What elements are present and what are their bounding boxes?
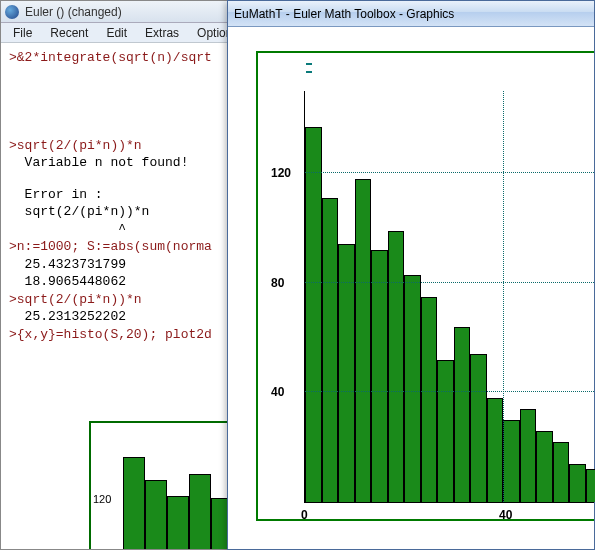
plot-frame: 4080120040	[256, 51, 594, 521]
menu-file[interactable]: File	[5, 24, 40, 42]
inline-plot: 120	[89, 421, 239, 549]
plot-bar	[553, 442, 570, 502]
plot-bar	[388, 231, 405, 502]
plot-xtick-label: 0	[301, 508, 308, 522]
menu-extras[interactable]: Extras	[137, 24, 187, 42]
graphics-title: EuMathT - Euler Math Toolbox - Graphics	[234, 7, 454, 21]
menu-recent[interactable]: Recent	[42, 24, 96, 42]
plot-ytick-label: 40	[271, 385, 293, 399]
mini-plot-bar	[189, 474, 211, 549]
plot-bar	[520, 409, 537, 502]
mini-plot-bar	[167, 496, 189, 549]
plot-bar	[569, 464, 586, 502]
plot-bar	[338, 244, 355, 502]
mini-plot-bar	[145, 480, 167, 549]
plot-bar	[404, 275, 421, 502]
plot-ytick-label: 80	[271, 276, 293, 290]
app-icon	[5, 5, 19, 19]
plot-bar	[454, 327, 471, 502]
plot-bar	[437, 360, 454, 502]
plot-bar	[536, 431, 553, 502]
plot-bar	[586, 469, 596, 502]
plot-bar	[503, 420, 520, 502]
plot-bar	[355, 179, 372, 502]
mini-plot-ytick: 120	[93, 493, 111, 505]
plot-axes: 4080120040	[304, 91, 594, 503]
graphics-content: 4080120040	[228, 27, 594, 549]
graphics-window: EuMathT - Euler Math Toolbox - Graphics …	[227, 0, 595, 550]
plot-bar	[421, 297, 438, 503]
plot-bar	[305, 127, 322, 502]
graphics-titlebar[interactable]: EuMathT - Euler Math Toolbox - Graphics	[228, 1, 594, 27]
plot-bar	[371, 250, 388, 502]
mini-plot-bars	[123, 447, 239, 549]
mini-plot-bar	[123, 457, 145, 549]
menu-edit[interactable]: Edit	[98, 24, 135, 42]
plot-bars	[305, 91, 595, 502]
main-title: Euler () (changed)	[25, 5, 122, 19]
plot-ytick-label: 120	[271, 166, 293, 180]
plot-xtick-label: 40	[499, 508, 512, 522]
plot-bar	[322, 198, 339, 502]
plot-bar	[470, 354, 487, 502]
plot-bar	[487, 398, 504, 502]
